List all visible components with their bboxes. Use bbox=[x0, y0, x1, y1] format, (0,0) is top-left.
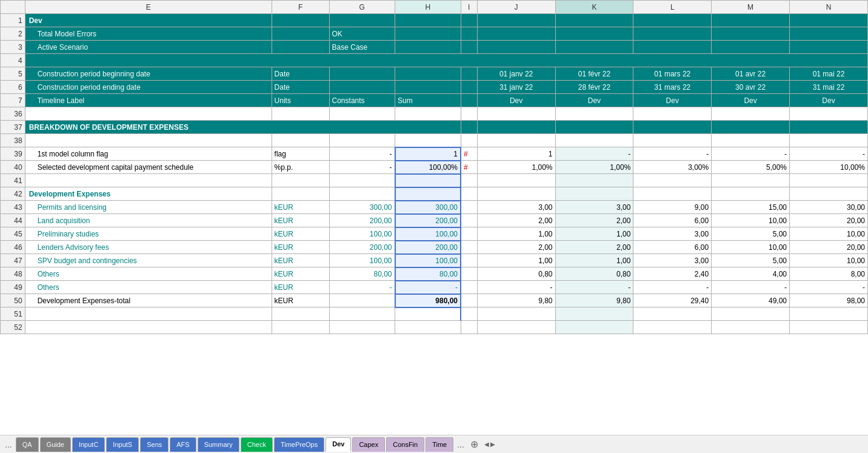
tab-inputc[interactable]: InputC bbox=[72, 437, 105, 452]
tab-add-button[interactable]: ⊕ bbox=[468, 438, 481, 450]
row-num-7: 7 bbox=[1, 94, 25, 107]
col-header-K[interactable]: K bbox=[555, 1, 633, 14]
col-header-M[interactable]: M bbox=[712, 1, 790, 14]
cell-3-H bbox=[395, 41, 461, 54]
cell-52-I bbox=[461, 321, 477, 334]
cell-6-M: 30 avr 22 bbox=[712, 81, 790, 94]
cell-36-J bbox=[477, 107, 555, 121]
tab-check[interactable]: Check bbox=[241, 437, 273, 452]
table-row: 6 Construction period ending date Date 3… bbox=[1, 81, 868, 94]
cell-5-H bbox=[395, 67, 461, 81]
cell-50-N: 98,00 bbox=[790, 294, 868, 307]
cell-40-H[interactable]: 100,00% bbox=[395, 161, 461, 174]
cell-46-N: 20,00 bbox=[790, 241, 868, 254]
cell-38-L bbox=[633, 134, 712, 147]
tab-capex-label: Capex bbox=[359, 441, 378, 448]
cell-1-J bbox=[477, 14, 555, 27]
row-num-52: 52 bbox=[1, 321, 25, 334]
cell-3-G: Base Case bbox=[329, 41, 395, 54]
cell-41-J bbox=[477, 174, 555, 187]
cell-2-F bbox=[272, 27, 329, 41]
tab-sens[interactable]: Sens bbox=[140, 437, 169, 452]
tab-afs-label: AFS bbox=[176, 441, 189, 448]
tab-inputs[interactable]: InputS bbox=[106, 437, 139, 452]
cell-7-H: Sum bbox=[395, 94, 461, 107]
col-header-L[interactable]: L bbox=[633, 1, 712, 14]
tab-timepreops[interactable]: TimePreOps bbox=[274, 437, 324, 452]
tab-qa[interactable]: QA bbox=[16, 437, 39, 452]
cell-36-G bbox=[329, 107, 395, 121]
tab-capex[interactable]: Capex bbox=[352, 437, 385, 452]
cell-42-K bbox=[555, 187, 633, 201]
row-num-42: 42 bbox=[1, 187, 25, 201]
cell-2-E: Total Model Errors bbox=[25, 27, 272, 41]
cell-44-H[interactable]: 200,00 bbox=[395, 214, 461, 227]
tab-summary[interactable]: Summary bbox=[198, 437, 239, 452]
col-header-F[interactable]: F bbox=[272, 1, 329, 14]
col-header-H[interactable]: H bbox=[395, 1, 461, 14]
table-row: 4 bbox=[1, 54, 868, 67]
cell-40-K: 1,00% bbox=[555, 161, 633, 174]
cell-39-G: - bbox=[329, 147, 395, 161]
cell-51-H bbox=[395, 307, 461, 321]
tab-consfin[interactable]: ConsFin bbox=[386, 437, 424, 452]
row-num-41: 41 bbox=[1, 174, 25, 187]
cell-7-E: Timeline Label bbox=[25, 94, 272, 107]
col-header-I[interactable]: I bbox=[461, 1, 477, 14]
cell-52-N bbox=[790, 321, 868, 334]
tab-afs[interactable]: AFS bbox=[170, 437, 196, 452]
cell-41-I bbox=[461, 174, 477, 187]
scroll-buttons: ◀ ▶ bbox=[484, 441, 495, 448]
cell-6-J: 31 janv 22 bbox=[477, 81, 555, 94]
cell-39-H[interactable]: 1 bbox=[395, 147, 461, 161]
cell-48-I bbox=[461, 267, 477, 281]
col-header-N[interactable]: N bbox=[790, 1, 868, 14]
tab-dev[interactable]: Dev bbox=[326, 437, 351, 452]
cell-47-I bbox=[461, 254, 477, 267]
cell-47-L: 3,00 bbox=[633, 254, 712, 267]
cell-47-H[interactable]: 100,00 bbox=[395, 254, 461, 267]
cell-50-H[interactable]: 980,00 bbox=[395, 294, 461, 307]
tab-scroll-right[interactable]: ... bbox=[455, 440, 467, 449]
cell-45-I bbox=[461, 227, 477, 241]
cell-1-I bbox=[461, 14, 477, 27]
cell-49-F: kEUR bbox=[272, 281, 329, 294]
row-num-header bbox=[1, 1, 25, 14]
tab-guide-label: Guide bbox=[47, 441, 64, 448]
cell-41-M bbox=[712, 174, 790, 187]
cell-3-N bbox=[790, 41, 868, 54]
cell-5-I bbox=[461, 67, 477, 81]
scroll-right-btn[interactable]: ▶ bbox=[490, 441, 495, 448]
cell-37-M bbox=[712, 121, 790, 134]
row-num-43: 43 bbox=[1, 201, 25, 214]
tab-scroll-left[interactable]: ... bbox=[2, 440, 15, 449]
tab-time[interactable]: Time bbox=[426, 437, 453, 452]
tab-guide[interactable]: Guide bbox=[40, 437, 71, 452]
cell-42-N bbox=[790, 187, 868, 201]
tab-check-label: Check bbox=[247, 441, 266, 448]
row-num-48: 48 bbox=[1, 267, 25, 281]
cell-43-H[interactable]: 300,00 bbox=[395, 201, 461, 214]
cell-37-L bbox=[633, 121, 712, 134]
cell-37-E: BREAKDOWN OF DEVELOPMENT EXPENSES bbox=[25, 121, 461, 134]
cell-49-H[interactable]: - bbox=[395, 281, 461, 294]
cell-36-M bbox=[712, 107, 790, 121]
cell-43-N: 30,00 bbox=[790, 201, 868, 214]
cell-6-N: 31 mai 22 bbox=[790, 81, 868, 94]
cell-46-H[interactable]: 200,00 bbox=[395, 241, 461, 254]
col-header-G[interactable]: G bbox=[329, 1, 395, 14]
scroll-left-btn[interactable]: ◀ bbox=[484, 441, 489, 448]
table-row: 42 Development Expenses bbox=[1, 187, 868, 201]
cell-45-H[interactable]: 100,00 bbox=[395, 227, 461, 241]
col-header-E[interactable]: E bbox=[25, 1, 272, 14]
col-header-J[interactable]: J bbox=[477, 1, 555, 14]
row-num-36: 36 bbox=[1, 107, 25, 121]
cell-2-K bbox=[555, 27, 633, 41]
cell-40-G: - bbox=[329, 161, 395, 174]
cell-41-L bbox=[633, 174, 712, 187]
cell-52-F bbox=[272, 321, 329, 334]
cell-52-M bbox=[712, 321, 790, 334]
cell-48-H[interactable]: 80,00 bbox=[395, 267, 461, 281]
cell-6-L: 31 mars 22 bbox=[633, 81, 712, 94]
cell-40-M: 5,00% bbox=[712, 161, 790, 174]
